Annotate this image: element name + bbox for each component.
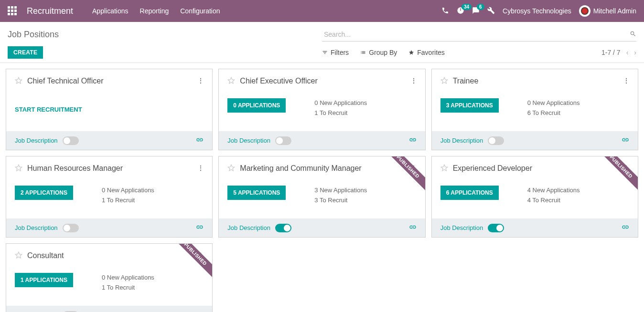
job-card[interactable]: PUBLISHED Marketing and Community Manage… xyxy=(218,156,425,238)
applications-button[interactable]: 5 APPLICATIONS xyxy=(227,186,286,200)
favorite-star-icon[interactable] xyxy=(440,164,448,173)
new-applications: 0 New Applications xyxy=(527,98,580,108)
applications-button[interactable]: 2 APPLICATIONS xyxy=(15,186,73,200)
job-title: Marketing and Community Manager xyxy=(240,164,410,173)
pager-text: 1-7 / 7 xyxy=(601,49,621,56)
avatar xyxy=(579,5,590,17)
nav-applications[interactable]: Applications xyxy=(92,7,129,15)
stats: 0 New Applications 1 To Recruit xyxy=(102,273,154,293)
filter-icon xyxy=(322,50,328,55)
phone-icon[interactable] xyxy=(441,7,449,16)
breadcrumb: Job Positions xyxy=(8,30,59,40)
new-applications: 0 New Applications xyxy=(102,186,154,196)
job-description-label: Job Description xyxy=(440,224,483,231)
job-description-label: Job Description xyxy=(227,137,270,144)
favorite-star-icon[interactable] xyxy=(440,77,448,86)
job-card[interactable]: Chief Executive Officer ⋮ 0 APPLICATIONS… xyxy=(218,69,425,150)
applications-button[interactable]: 3 APPLICATIONS xyxy=(440,98,499,113)
job-description-toggle[interactable] xyxy=(275,224,291,232)
messages-badge: 6 xyxy=(477,4,484,10)
job-description-label: Job Description xyxy=(227,224,270,231)
groupby-button[interactable]: Group By xyxy=(360,49,397,56)
filters-button[interactable]: Filters xyxy=(322,49,349,56)
card-menu-icon[interactable]: ⋮ xyxy=(197,77,204,84)
favorite-star-icon[interactable] xyxy=(15,251,22,260)
search-input[interactable] xyxy=(322,28,630,41)
link-icon[interactable] xyxy=(196,223,204,232)
new-applications: 0 New Applications xyxy=(314,98,367,108)
job-card[interactable]: Human Resources Manager ⋮ 2 APPLICATIONS… xyxy=(6,156,213,238)
nav-configuration[interactable]: Configuration xyxy=(180,7,220,15)
search-icon[interactable] xyxy=(630,31,636,39)
navbar: Recruitment Applications Reporting Confi… xyxy=(0,0,644,22)
applications-button[interactable]: 6 APPLICATIONS xyxy=(440,186,499,200)
to-recruit: 1 To Recruit xyxy=(102,283,154,293)
job-title: Experienced Developer xyxy=(453,164,623,173)
card-menu-icon[interactable]: ⋮ xyxy=(623,77,629,84)
job-description-toggle[interactable] xyxy=(488,224,504,232)
favorite-star-icon[interactable] xyxy=(227,77,235,86)
job-description-toggle[interactable] xyxy=(63,136,79,145)
kanban-view: Chief Technical Officer ⋮ START RECRUITM… xyxy=(0,63,644,312)
favorite-star-icon[interactable] xyxy=(15,77,22,86)
to-recruit: 1 To Recruit xyxy=(314,108,367,118)
favorite-star-icon[interactable] xyxy=(227,164,235,173)
job-title: Trainee xyxy=(453,77,623,85)
job-description-toggle[interactable] xyxy=(488,136,504,145)
job-card[interactable]: Chief Technical Officer ⋮ START RECRUITM… xyxy=(6,69,213,150)
stats: 0 New Applications 1 To Recruit xyxy=(102,186,154,206)
stats: 4 New Applications 4 To Recruit xyxy=(527,186,580,206)
favorites-button[interactable]: Favorites xyxy=(408,49,445,56)
applications-button[interactable]: 0 APPLICATIONS xyxy=(227,98,286,113)
nav-reporting[interactable]: Reporting xyxy=(140,7,169,15)
messages-icon[interactable]: 6 xyxy=(472,7,480,16)
job-description-label: Job Description xyxy=(15,137,58,144)
job-title: Chief Technical Officer xyxy=(27,77,197,85)
activity-icon[interactable]: 34 xyxy=(457,7,464,16)
star-icon xyxy=(408,50,414,55)
favorite-star-icon[interactable] xyxy=(15,164,22,173)
pager-next[interactable]: › xyxy=(634,49,636,56)
search-wrap xyxy=(322,28,636,42)
to-recruit: 4 To Recruit xyxy=(527,196,580,206)
stats: 3 New Applications 3 To Recruit xyxy=(314,186,367,206)
brand[interactable]: Recruitment xyxy=(27,6,73,16)
pager-prev[interactable]: ‹ xyxy=(626,49,629,56)
job-description-label: Job Description xyxy=(440,137,483,144)
job-description-toggle[interactable] xyxy=(275,136,291,145)
job-title: Chief Executive Officer xyxy=(240,77,410,85)
settings-icon[interactable] xyxy=(487,7,495,16)
link-icon[interactable] xyxy=(622,136,629,145)
applications-button[interactable]: 1 APPLICATIONS xyxy=(15,273,73,287)
link-icon[interactable] xyxy=(409,223,417,232)
stats: 0 New Applications 6 To Recruit xyxy=(527,98,580,118)
to-recruit: 6 To Recruit xyxy=(527,108,580,118)
link-icon[interactable] xyxy=(409,136,417,145)
start-recruitment-button[interactable]: START RECRUITMENT xyxy=(15,106,82,113)
job-description-toggle[interactable] xyxy=(63,224,79,232)
company-name[interactable]: Cybrosys Technologies xyxy=(503,7,571,15)
to-recruit: 3 To Recruit xyxy=(314,196,367,206)
new-applications: 0 New Applications xyxy=(102,273,154,283)
job-card[interactable]: PUBLISHED Experienced Developer ⋮ 6 APPL… xyxy=(431,156,638,238)
pager: 1-7 / 7 ‹ › xyxy=(601,49,636,56)
link-icon[interactable] xyxy=(622,223,629,232)
user-menu[interactable]: Mitchell Admin xyxy=(579,5,636,17)
control-panel: Job Positions CREATE Filters Group By Fa… xyxy=(0,22,644,63)
job-card[interactable]: PUBLISHED Consultant ⋮ 1 APPLICATIONS 0 … xyxy=(6,243,213,312)
activity-badge: 34 xyxy=(462,4,472,10)
new-applications: 4 New Applications xyxy=(527,186,580,196)
to-recruit: 1 To Recruit xyxy=(102,196,154,206)
stats: 0 New Applications 1 To Recruit xyxy=(314,98,367,118)
link-icon[interactable] xyxy=(196,136,204,145)
job-card[interactable]: Trainee ⋮ 3 APPLICATIONS 0 New Applicati… xyxy=(431,69,638,150)
apps-icon[interactable] xyxy=(8,6,17,16)
create-button[interactable]: CREATE xyxy=(8,46,43,59)
new-applications: 3 New Applications xyxy=(314,186,367,196)
card-menu-icon[interactable]: ⋮ xyxy=(197,164,204,172)
card-menu-icon[interactable]: ⋮ xyxy=(410,77,417,84)
job-title: Consultant xyxy=(27,251,197,260)
nav-menu: Applications Reporting Configuration xyxy=(92,7,220,15)
user-name: Mitchell Admin xyxy=(593,7,636,15)
job-title: Human Resources Manager xyxy=(27,164,197,173)
